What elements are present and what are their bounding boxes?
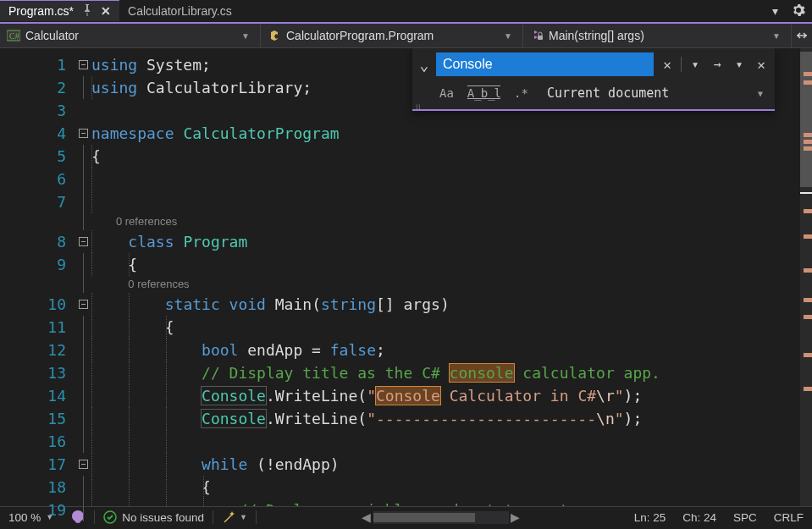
match-case-toggle[interactable]: Aa [436, 85, 457, 102]
find-prev-icon[interactable]: ▾ [729, 54, 749, 74]
cursor-char[interactable]: Ch: 24 [674, 507, 725, 527]
method-lock-icon [530, 29, 544, 42]
find-input[interactable] [436, 52, 654, 76]
fold-toggle-icon[interactable] [79, 300, 88, 309]
nav-method-label: Main(string[] args) [549, 29, 644, 42]
navigation-bar: C# Calculator ▼ CalculatorProgram.Progra… [0, 24, 812, 48]
clear-search-icon[interactable]: ✕ [657, 54, 677, 74]
scroll-thumb[interactable] [373, 513, 475, 522]
chevron-down-icon: ▼ [772, 31, 784, 41]
status-bar: 100 % ▼ No issues found ▼ ◀ ▶ Ln: 25 Ch:… [0, 506, 812, 527]
indent-mode[interactable]: SPC [725, 507, 765, 527]
chevron-down-icon: ▼ [504, 31, 516, 41]
codelens-references[interactable]: 0 references [128, 278, 189, 290]
zoom-level[interactable]: 100 % ▼ [0, 507, 62, 527]
fold-toggle-icon[interactable] [79, 237, 88, 246]
tab-bar: Program.cs* ✕ CalculatorLibrary.cs ▾ [0, 0, 812, 24]
find-scope-label: Current document [547, 85, 670, 101]
svg-text:C#: C# [9, 31, 19, 41]
find-next-icon[interactable]: → [707, 54, 727, 74]
tab-inactive[interactable]: CalculatorLibrary.cs [119, 0, 240, 22]
split-editor-icon[interactable] [792, 29, 812, 42]
scroll-left-icon[interactable]: ◀ [360, 510, 373, 524]
editor-area: 1 2 3 4 5 6 7 8 9 10 11 12 13 14 15 16 1… [0, 48, 812, 506]
horizontal-scrollbar[interactable]: ◀ ▶ [257, 510, 626, 524]
fold-gutter [75, 48, 91, 506]
close-find-icon[interactable]: ✕ [751, 54, 771, 74]
nav-project-dropdown[interactable]: C# Calculator ▼ [0, 24, 261, 47]
codelens-references[interactable]: 0 references [116, 215, 177, 228]
error-status[interactable]: No issues found [95, 507, 213, 527]
whole-word-toggle[interactable]: A̲b̲l [464, 85, 504, 102]
class-icon [268, 29, 281, 42]
resize-handle-icon[interactable]: ⁞⁞ [416, 103, 421, 111]
line-number-gutter: 1 2 3 4 5 6 7 8 9 10 11 12 13 14 15 16 1… [0, 48, 75, 506]
nav-class-dropdown[interactable]: CalculatorProgram.Program ▼ [261, 24, 523, 47]
vertical-scrollbar[interactable] [800, 48, 812, 506]
line-ending[interactable]: CRLF [765, 507, 812, 527]
fold-toggle-icon[interactable] [79, 460, 88, 469]
chevron-down-icon: ▼ [758, 89, 763, 98]
settings-gear-icon[interactable] [785, 3, 812, 19]
csharp-icon: C# [7, 29, 20, 42]
cleanup-icon[interactable]: ▼ [213, 510, 256, 525]
find-scope-dropdown[interactable]: Current document ▼ [547, 85, 771, 101]
tab-label: Program.cs* [8, 4, 74, 18]
fold-toggle-icon[interactable] [79, 60, 88, 69]
regex-toggle[interactable]: .* [511, 85, 532, 102]
issues-label: No issues found [122, 511, 204, 524]
chevron-down-icon: ▼ [46, 513, 53, 521]
find-dropdown-icon[interactable]: ▾ [685, 54, 705, 74]
close-icon[interactable]: ✕ [101, 4, 111, 18]
code-editor[interactable]: ⌄ ✕ ▾ → ▾ ✕ Aa A̲b̲l .* Current document… [91, 48, 800, 506]
fold-toggle-icon[interactable] [79, 129, 88, 138]
tab-active[interactable]: Program.cs* ✕ [0, 0, 119, 21]
nav-method-dropdown[interactable]: Main(string[] args) ▼ [523, 24, 792, 47]
cursor-line[interactable]: Ln: 25 [626, 507, 675, 527]
nav-project-label: Calculator [25, 29, 79, 42]
chevron-down-icon: ▼ [241, 31, 253, 41]
find-panel: ⌄ ✕ ▾ → ▾ ✕ Aa A̲b̲l .* Current document… [412, 48, 775, 111]
tab-overflow-dropdown-icon[interactable]: ▾ [765, 4, 785, 18]
expand-find-icon[interactable]: ⌄ [416, 56, 433, 74]
nav-class-label: CalculatorProgram.Program [286, 29, 434, 42]
pin-icon[interactable] [80, 3, 94, 19]
tab-label: CalculatorLibrary.cs [128, 4, 232, 18]
scroll-right-icon[interactable]: ▶ [509, 510, 522, 524]
svg-rect-2 [538, 36, 543, 40]
